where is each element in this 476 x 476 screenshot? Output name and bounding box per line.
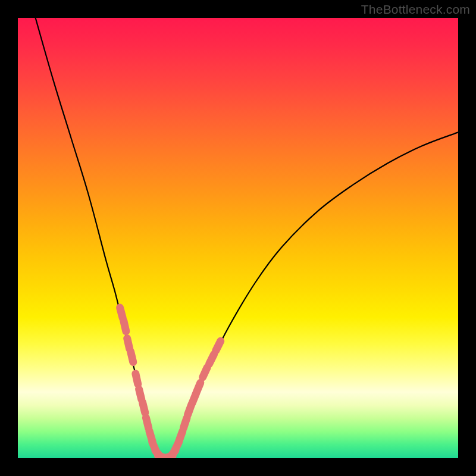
marker-segment	[127, 339, 130, 349]
marker-segment	[131, 352, 133, 362]
marker-segment	[136, 374, 138, 384]
marker-segment	[209, 354, 214, 364]
marker-segment	[203, 368, 208, 377]
curve-layer	[18, 18, 458, 458]
marker-segment	[183, 418, 187, 428]
marker-segment	[142, 402, 145, 412]
plot-area	[18, 18, 458, 458]
marker-segment	[139, 389, 142, 399]
bottleneck-curve	[36, 18, 458, 458]
marker-segment	[146, 418, 148, 428]
marker-segment	[196, 383, 201, 393]
chart-frame: TheBottleneck.com	[0, 0, 476, 476]
highlighted-range	[120, 308, 221, 458]
marker-segment	[179, 431, 183, 441]
marker-segment	[120, 308, 123, 318]
marker-segment	[124, 321, 126, 331]
marker-segment	[216, 341, 221, 350]
watermark-text: TheBottleneck.com	[361, 2, 470, 17]
